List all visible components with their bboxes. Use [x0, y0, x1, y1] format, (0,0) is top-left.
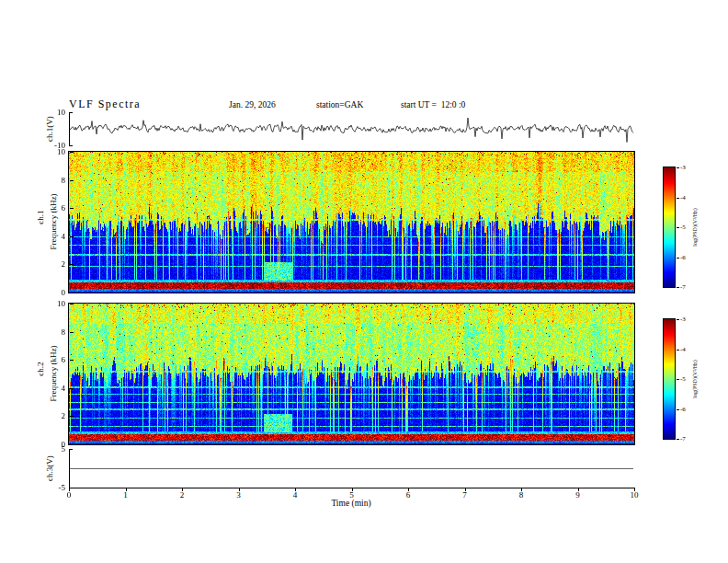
colorbar-tick-mark	[677, 439, 679, 440]
ch2-spectrogram-tick-label: 4	[62, 384, 66, 393]
ch1-spectrogram-tick-label: 8	[62, 176, 66, 185]
ch1-spectrogram-canvas	[69, 152, 634, 293]
colorbar-tick-mark	[677, 379, 679, 380]
ch1-waveform-canvas	[69, 112, 634, 145]
time-tick-label: 5	[349, 490, 354, 500]
ch1-waveform-panel	[69, 112, 634, 145]
colorbar-tick-label: -7	[680, 435, 686, 442]
colorbar-tick-mark	[677, 319, 679, 320]
colorbar-tick-label: -5	[680, 224, 686, 231]
ch3-tick-label: -5	[59, 483, 66, 492]
colorbar-tick-label: -7	[680, 283, 686, 291]
ch1-waveform-tick-mark	[69, 145, 73, 146]
colorbar-ch1-canvas	[664, 167, 675, 287]
colorbar-tick-label: -6	[680, 254, 686, 261]
ch2-spectrogram-tick-mark	[70, 360, 74, 361]
ch1-spectrogram-tick-label: 4	[62, 232, 66, 241]
ch1-waveform-tick-mark	[69, 112, 73, 113]
colorbar-tick-label: -5	[680, 375, 686, 383]
vlf-spectra-figure: VLF Spectra Jan. 29, 2026 station=GAK st…	[0, 0, 728, 563]
ch1-channel-label: ch.1	[36, 210, 45, 224]
ch2-spectrogram-tick-mark	[70, 416, 74, 417]
colorbar-tick-label: -4	[680, 346, 686, 353]
ch1-spectrogram-tick-mark	[70, 180, 74, 181]
time-tick-label: 9	[575, 490, 580, 500]
ch2-spectrogram-tick-label: 6	[62, 355, 66, 364]
ch1-spectrogram-tick-mark	[70, 208, 74, 209]
time-axis-label: Time (min)	[331, 499, 370, 508]
ch1-spectrogram-tick-mark	[70, 236, 74, 237]
ch2-spectrogram-tick-mark	[70, 332, 74, 333]
ch2-spectrogram-tick-mark	[70, 388, 74, 389]
time-tick-label: 10	[631, 490, 639, 500]
start-ut-label: start UT = 12:0 :0	[401, 100, 465, 109]
ch1-spectrogram-tick-label: 10	[57, 147, 65, 156]
colorbar-tick-mark	[677, 287, 679, 288]
colorbar-ch2-canvas	[664, 319, 675, 439]
ch2-spectrogram-tick-label: 2	[62, 411, 66, 420]
ch1-frequency-ylabel: Frequency (kHz)	[49, 193, 58, 249]
ch1-spectrogram-tick-mark	[70, 264, 74, 265]
ch2-spectrogram-tick-label: 8	[62, 327, 66, 337]
ch3-tick-mark	[69, 449, 73, 450]
ch2-frequency-ylabel: Frequency (kHz)	[49, 345, 58, 401]
ch1-spectrogram-tick-label: 0	[62, 288, 66, 297]
ch3-tick-mark	[69, 488, 73, 488]
ch1-waveform-ylabel: ch.1(V)	[45, 116, 54, 142]
ch2-spectrogram-canvas	[69, 304, 634, 444]
ch1-spectrogram-tick-label: 2	[62, 259, 66, 269]
ch1-spectrogram-tick-mark	[70, 152, 74, 153]
time-tick-label: 0	[67, 490, 72, 500]
station-label: station=GAK	[316, 100, 363, 109]
ch2-spectrogram-tick-label: 10	[57, 299, 65, 308]
colorbar-tick-label: -4	[680, 194, 686, 201]
colorbar-tick-label: -3	[680, 316, 686, 323]
ch3-ylabel: ch.3(V)	[45, 455, 54, 481]
ch1-waveform-tick-label: 10	[57, 108, 65, 117]
ch3-tick-label: 5	[62, 444, 66, 454]
ch2-channel-label: ch.2	[36, 362, 45, 375]
colorbar-ch1	[663, 167, 676, 288]
colorbar-tick-label: -3	[680, 164, 686, 171]
date-label: Jan. 29, 2026	[229, 100, 276, 109]
time-tick-label: 3	[236, 490, 241, 500]
time-tick-label: 2	[180, 490, 185, 500]
colorbar-tick-mark	[677, 198, 679, 199]
ch2-spectrogram-panel	[68, 303, 635, 445]
plot-title: VLF Spectra	[69, 98, 141, 111]
time-tick-label: 6	[406, 490, 411, 500]
colorbar-ch2-label: log(PSD)(V²/Hz)	[692, 360, 698, 397]
colorbar-tick-label: -6	[680, 406, 686, 413]
time-tick-label: 4	[293, 490, 298, 500]
ch1-waveform-yaxis	[69, 112, 70, 145]
ch1-spectrogram-panel	[68, 151, 635, 293]
ch1-spectrogram-tick-label: 6	[62, 203, 66, 213]
ch2-spectrogram-tick-mark	[70, 304, 74, 304]
time-tick-label: 8	[519, 490, 524, 500]
ch1-spectrogram-tick-mark	[70, 293, 74, 293]
colorbar-ch1-label: log(PSD)(V²/Hz)	[692, 208, 698, 246]
time-tick-label: 7	[462, 490, 467, 500]
time-tick-label: 1	[123, 490, 128, 500]
colorbar-tick-mark	[677, 167, 679, 168]
colorbar-tick-mark	[677, 227, 679, 228]
ch2-spectrogram-tick-mark	[70, 444, 74, 445]
colorbar-tick-mark	[677, 409, 679, 410]
colorbar-tick-mark	[677, 350, 679, 350]
colorbar-ch2	[663, 318, 676, 440]
ch3-data-line	[70, 468, 633, 469]
colorbar-tick-mark	[677, 258, 679, 259]
